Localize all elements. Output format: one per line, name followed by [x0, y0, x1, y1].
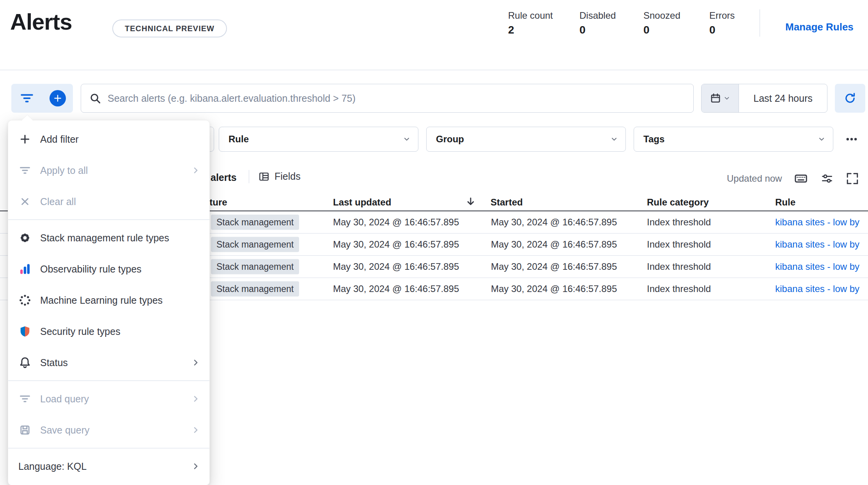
table-toolbar-divider: [249, 170, 249, 183]
menu-item-load-query[interactable]: Load query: [8, 383, 209, 414]
chevron-right-icon: [191, 395, 200, 403]
bell-icon: [18, 356, 32, 369]
fields-icon: [259, 172, 269, 182]
menu-divider: [8, 448, 209, 448]
last-updated-cell: May 30, 2024 @ 16:46:57.895: [333, 217, 459, 228]
alerts-page: Alerts TECHNICAL PREVIEW Rule count 2 Di…: [0, 0, 868, 485]
menu-item-label: Language: KQL: [18, 461, 87, 472]
menu-item-clear-all[interactable]: Clear all: [8, 186, 209, 217]
filter-button-group: [11, 84, 73, 113]
menu-item-label: Stack management rule types: [40, 232, 169, 244]
stat-snoozed: Snoozed 0: [643, 10, 680, 36]
date-quick-select-button[interactable]: [701, 84, 739, 112]
rule-category-cell: Index threshold: [647, 261, 711, 272]
menu-item-language-kql[interactable]: Language: KQL: [8, 451, 209, 482]
rule-link[interactable]: kibana sites - low by: [775, 239, 859, 250]
observability-logo-icon: [18, 262, 32, 276]
column-header-started[interactable]: Started: [491, 197, 523, 208]
rule-link[interactable]: kibana sites - low by: [775, 283, 859, 294]
menu-item-label: Load query: [40, 393, 89, 405]
stat-value: 0: [643, 24, 680, 36]
menu-item-stack-management-rule-types[interactable]: Stack management rule types: [8, 222, 209, 253]
chevron-down-icon: [611, 136, 618, 143]
started-cell: May 30, 2024 @ 16:46:57.895: [491, 239, 617, 250]
more-options-button[interactable]: [839, 131, 864, 147]
chevron-right-icon: [191, 166, 200, 175]
filter-control-rule[interactable]: Rule: [219, 127, 418, 152]
rule-category-cell: Index threshold: [647, 239, 711, 250]
fullscreen-button[interactable]: [845, 172, 859, 186]
keyboard-icon: [795, 172, 807, 185]
add-filter-button[interactable]: [42, 84, 73, 113]
rule-link[interactable]: kibana sites - low by: [775, 261, 859, 272]
machine-learning-logo-icon: [18, 294, 32, 307]
menu-item-label: Status: [40, 357, 68, 368]
search-icon: [90, 93, 101, 104]
last-updated-cell: May 30, 2024 @ 16:46:57.895: [333, 261, 459, 272]
chevron-down-icon: [818, 136, 825, 143]
chevron-down-icon: [403, 136, 410, 143]
filter-icon: [18, 164, 32, 177]
fields-label: Fields: [275, 171, 301, 182]
dots-horizontal-icon: [846, 133, 857, 145]
rule-category-cell: Index threshold: [647, 217, 711, 228]
rule-category-cell: Index threshold: [647, 283, 711, 294]
menu-item-status[interactable]: Status: [8, 347, 209, 378]
time-range-button[interactable]: Last 24 hours: [739, 84, 827, 112]
date-picker: Last 24 hours: [701, 84, 827, 113]
stat-value: 0: [579, 24, 616, 36]
menu-item-apply-to-all[interactable]: Apply to all: [8, 155, 209, 186]
calendar-icon: [710, 93, 721, 103]
menu-item-add-filter[interactable]: Add filter: [8, 124, 209, 155]
menu-divider: [8, 381, 209, 381]
chevron-down-icon: [724, 95, 730, 101]
menu-item-label: Clear all: [40, 196, 76, 207]
started-cell: May 30, 2024 @ 16:46:57.895: [491, 283, 617, 294]
rule-link[interactable]: kibana sites - low by: [775, 217, 859, 228]
menu-item-save-query[interactable]: Save query: [8, 414, 209, 446]
technical-preview-badge: TECHNICAL PREVIEW: [112, 19, 227, 37]
search-input[interactable]: [108, 93, 685, 104]
filter-icon: [18, 392, 32, 405]
header-vertical-divider: [760, 9, 760, 37]
column-header-rule[interactable]: Rule: [775, 197, 795, 208]
started-cell: May 30, 2024 @ 16:46:57.895: [491, 217, 617, 228]
filter-control-group[interactable]: Group: [426, 127, 626, 152]
filter-popover-menu: Add filter Apply to all Clear all Stack …: [8, 120, 210, 485]
menu-item-observability-rule-types[interactable]: Observability rule types: [8, 253, 209, 285]
column-header-rule-category[interactable]: Rule category: [647, 197, 709, 208]
sliders-icon: [821, 173, 833, 184]
menu-item-machine-learning-rule-types[interactable]: Machine Learning rule types: [8, 285, 209, 316]
menu-item-label: Security rule types: [40, 326, 120, 337]
menu-divider: [8, 219, 209, 220]
filter-label: Tags: [643, 134, 664, 145]
refresh-icon: [844, 92, 856, 104]
feature-badge: Stack management: [211, 259, 299, 274]
header-divider: [0, 70, 868, 70]
filter-menu-button[interactable]: [11, 84, 42, 113]
menu-item-label: Observability rule types: [40, 264, 142, 275]
stat-label: Disabled: [579, 10, 616, 21]
filter-control-tags[interactable]: Tags: [634, 127, 833, 152]
plus-icon: [18, 133, 32, 146]
keyboard-shortcuts-button[interactable]: [794, 172, 808, 186]
cross-icon: [18, 195, 32, 208]
fields-button[interactable]: Fields: [259, 171, 301, 182]
column-header-last-updated[interactable]: Last updated: [333, 197, 391, 208]
last-updated-cell: May 30, 2024 @ 16:46:57.895: [333, 239, 459, 250]
display-options-button[interactable]: [820, 172, 834, 186]
gear-icon: [18, 231, 32, 244]
started-cell: May 30, 2024 @ 16:46:57.895: [491, 261, 617, 272]
refresh-button[interactable]: [835, 84, 865, 113]
feature-badge: Stack management: [211, 237, 299, 252]
stat-errors: Errors 0: [709, 10, 735, 36]
menu-item-security-rule-types[interactable]: Security rule types: [8, 316, 209, 347]
manage-rules-link[interactable]: Manage Rules: [785, 21, 854, 33]
menu-item-label: Apply to all: [40, 165, 88, 176]
sort-descending-icon[interactable]: [466, 196, 476, 207]
stat-label: Errors: [709, 10, 735, 21]
filter-label: Rule: [229, 134, 249, 145]
save-icon: [18, 423, 32, 437]
chevron-right-icon: [191, 426, 200, 434]
stat-label: Snoozed: [643, 10, 680, 21]
